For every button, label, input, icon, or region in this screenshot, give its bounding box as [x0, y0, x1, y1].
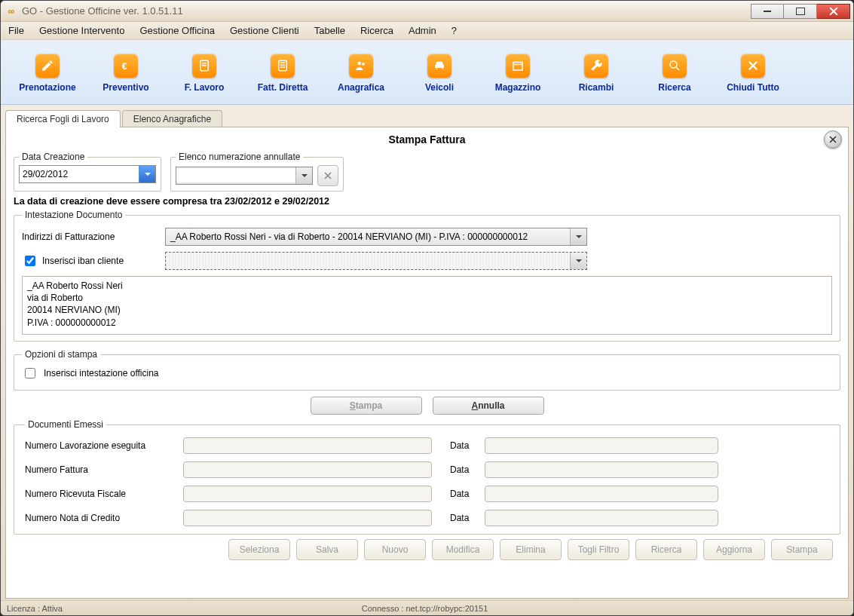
svg-rect-5: [513, 62, 522, 70]
tab-elenco-anagrafiche[interactable]: Elenco Anagrafiche: [122, 110, 222, 127]
tool-fatt-diretta[interactable]: Fatt. Diretta: [243, 54, 322, 93]
chevron-down-icon[interactable]: [295, 167, 312, 184]
people-icon: [349, 54, 373, 78]
svg-point-3: [358, 61, 362, 65]
intestazione-legend: Intestazione Documento: [22, 210, 125, 220]
minimize-button[interactable]: [751, 4, 784, 19]
data-label: Data: [450, 464, 477, 475]
data-lavorazione-field: [485, 437, 718, 454]
annulla-button-first-letter: A: [471, 400, 478, 411]
emessi-label: Numero Ricevuta Fiscale: [25, 489, 176, 499]
wrench-icon: [584, 54, 608, 78]
numero-nota-field: [183, 510, 432, 526]
data-ricevuta-field: [485, 486, 718, 502]
menu-file[interactable]: File: [8, 25, 24, 36]
emessi-label: Numero Nota di Credito: [25, 513, 176, 523]
menu-help[interactable]: ?: [451, 25, 457, 36]
salva-button[interactable]: Salva: [296, 539, 358, 560]
emessi-row: Numero Lavorazione eseguita Data: [25, 437, 829, 454]
opzioni-legend: Opzioni di stampa: [22, 349, 100, 360]
data-label: Data: [450, 513, 477, 523]
data-creazione-field[interactable]: [20, 167, 139, 181]
elenco-annullate-select[interactable]: [176, 167, 313, 185]
stampa-button[interactable]: Stampa: [311, 397, 422, 415]
ricerca-button[interactable]: Ricerca: [635, 539, 697, 560]
elenco-annullate-field[interactable]: [176, 169, 295, 182]
sheet-icon: [192, 54, 216, 78]
fieldset-opzioni-stampa: Opzioni di stampa Inserisci intestazione…: [14, 349, 840, 391]
tool-ricerca[interactable]: Ricerca: [635, 54, 714, 93]
tool-anagrafica[interactable]: Anagrafica: [322, 54, 400, 93]
emessi-row: Numero Nota di Credito Data: [25, 510, 829, 526]
panel-close-button[interactable]: [824, 130, 842, 149]
page-title: Stampa Fattura: [14, 133, 840, 146]
clear-annullate-button[interactable]: [317, 165, 338, 186]
menu-gestione-officina[interactable]: Gestione Officina: [139, 25, 214, 36]
menu-gestione-clienti[interactable]: Gestione Clienti: [230, 25, 299, 36]
annulla-button-rest: nnulla: [478, 400, 504, 411]
bottom-button-bar: Seleziona Salva Nuovo Modifica Elimina T…: [14, 535, 840, 563]
chevron-down-icon[interactable]: [570, 228, 586, 245]
togli-filtro-button[interactable]: Togli Filtro: [568, 539, 629, 560]
officina-checkbox[interactable]: [25, 368, 35, 378]
tool-magazzino[interactable]: Magazzino: [479, 54, 557, 93]
iban-checkbox[interactable]: [25, 256, 35, 266]
sheet-lines-icon: [271, 54, 295, 78]
modifica-button[interactable]: Modifica: [432, 539, 494, 560]
stampa-bottom-button[interactable]: Stampa: [771, 539, 833, 560]
tool-prenotazione[interactable]: Prenotazione: [8, 54, 87, 93]
seleziona-button[interactable]: Seleziona: [228, 539, 290, 560]
chevron-down-icon[interactable]: [570, 253, 586, 269]
titlebar: ∞ GO - Gestione Officine ver. 1.0.51.11: [1, 1, 853, 22]
status-connection: Connesso : net.tcp://robypc:20151: [362, 604, 488, 613]
emessi-row: Numero Ricevuta Fiscale Data: [25, 486, 829, 502]
aggiorna-button[interactable]: Aggiorna: [703, 539, 765, 560]
emessi-label: Numero Fattura: [25, 464, 176, 475]
tool-f-lavoro[interactable]: F. Lavoro: [165, 54, 243, 93]
maximize-button[interactable]: [784, 4, 817, 19]
status-license: Licenza : Attiva: [7, 604, 63, 613]
tool-chiudi-tutto[interactable]: Chiudi Tutto: [714, 54, 792, 93]
data-creazione-input[interactable]: [19, 165, 156, 183]
close-icon: [741, 54, 765, 78]
tool-label: Magazzino: [495, 82, 541, 93]
statusbar: Licenza : Attiva Connesso : net.tcp://ro…: [1, 600, 853, 615]
menu-tabelle[interactable]: Tabelle: [314, 25, 345, 36]
indirizzi-select[interactable]: _AA Roberto Rossi Neri - via di Roberto …: [165, 228, 587, 246]
tool-label: Anagrafica: [338, 82, 384, 93]
nuovo-button[interactable]: Nuovo: [364, 539, 426, 560]
numero-lavorazione-field: [183, 437, 432, 454]
app-icon: ∞: [5, 5, 17, 17]
window-close-button[interactable]: [817, 4, 850, 19]
tab-ricerca-fogli[interactable]: Ricerca Fogli di Lavoro: [5, 110, 121, 127]
tool-label: Ricambi: [579, 82, 614, 93]
fieldset-elenco-annullate: Elenco numerazione annullate: [170, 152, 344, 192]
tool-label: Preventivo: [103, 82, 148, 93]
chevron-down-icon[interactable]: [139, 166, 155, 182]
stampa-button-first-letter: S: [350, 400, 356, 411]
pencil-icon: [35, 54, 60, 78]
fieldset-documenti-emessi: Documenti Emessi Numero Lavorazione eseg…: [14, 419, 840, 535]
content-panel: Stampa Fattura Data Creazione Elenco num…: [5, 127, 849, 599]
elimina-button[interactable]: Elimina: [500, 539, 562, 560]
tabstrip: Ricerca Fogli di Lavoro Elenco Anagrafic…: [1, 108, 853, 127]
tool-veicoli[interactable]: Veicoli: [400, 54, 479, 93]
address-line: via di Roberto: [27, 292, 827, 304]
svg-text:€: €: [122, 60, 127, 71]
window-controls: [751, 4, 850, 19]
menu-admin[interactable]: Admin: [409, 25, 436, 36]
euro-icon: €: [114, 54, 138, 78]
tool-preventivo[interactable]: € Preventivo: [87, 54, 165, 93]
menu-ricerca[interactable]: Ricerca: [360, 25, 393, 36]
tool-label: F. Lavoro: [185, 82, 225, 93]
toolbar: Prenotazione € Preventivo F. Lavoro Fatt…: [1, 40, 853, 105]
iban-select[interactable]: [165, 252, 587, 270]
menu-gestione-intervento[interactable]: Gestione Intervento: [39, 25, 124, 36]
tool-ricambi[interactable]: Ricambi: [557, 54, 635, 93]
data-fattura-field: [485, 461, 718, 478]
annulla-button[interactable]: Annulla: [433, 397, 544, 415]
tool-label: Veicoli: [425, 82, 454, 93]
svg-point-6: [670, 61, 677, 68]
tool-label: Ricerca: [658, 82, 690, 93]
indirizzi-label: Indirizzi di Fatturazione: [22, 231, 158, 242]
